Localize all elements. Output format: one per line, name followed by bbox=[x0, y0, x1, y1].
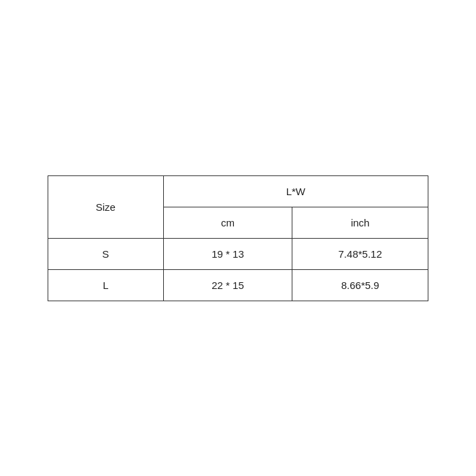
inch-value-1: 8.66*5.9 bbox=[292, 269, 428, 301]
table-row: L22 * 158.66*5.9 bbox=[48, 269, 428, 301]
size-table: Size L*W cm inch S19 * 137.48*5.12L22 * … bbox=[48, 175, 428, 301]
inch-header: inch bbox=[292, 207, 428, 238]
size-header: Size bbox=[48, 175, 164, 238]
size-cell-s: S bbox=[48, 238, 164, 269]
size-cell-l: L bbox=[48, 269, 164, 301]
size-chart-container: Size L*W cm inch S19 * 137.48*5.12L22 * … bbox=[48, 175, 428, 301]
cm-value-0: 19 * 13 bbox=[163, 238, 292, 269]
table-row: S19 * 137.48*5.12 bbox=[48, 238, 428, 269]
cm-value-1: 22 * 15 bbox=[163, 269, 292, 301]
cm-header: cm bbox=[163, 207, 292, 238]
lw-header: L*W bbox=[163, 175, 428, 207]
inch-value-0: 7.48*5.12 bbox=[292, 238, 428, 269]
